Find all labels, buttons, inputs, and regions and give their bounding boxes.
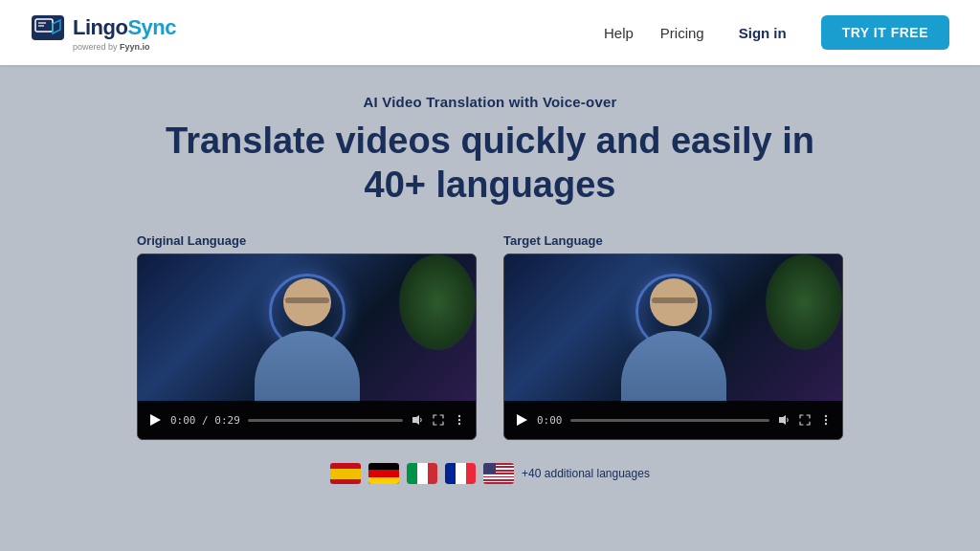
original-play-button[interactable]	[147, 412, 163, 428]
target-video-thumbnail	[504, 254, 842, 403]
svg-point-6	[458, 415, 460, 417]
svg-point-8	[458, 423, 460, 425]
flag-france	[445, 463, 476, 484]
hero-subtitle: AI Video Translation with Voice-over	[363, 94, 616, 110]
target-fullscreen-icon[interactable]	[798, 413, 812, 427]
logo-area: LingoSync powered by Fyyn.io	[31, 14, 176, 52]
main-content: AI Video Translation with Voice-over Tra…	[0, 65, 980, 551]
svg-point-11	[825, 419, 827, 421]
target-play-button[interactable]	[514, 412, 529, 428]
original-video-thumbnail	[138, 254, 476, 403]
volume-icon[interactable]	[411, 413, 424, 427]
fullscreen-icon[interactable]	[432, 413, 445, 427]
target-foliage-decoration	[766, 254, 842, 350]
lingosync-logo-icon	[31, 14, 65, 41]
target-control-icons	[777, 413, 833, 427]
flag-germany	[368, 463, 399, 484]
signin-button[interactable]: Sign in	[731, 25, 794, 41]
logo-main: LingoSync	[31, 14, 176, 41]
target-progress-bar[interactable]	[570, 419, 770, 422]
svg-point-7	[458, 419, 460, 421]
target-video-container: Target Language 0:00	[503, 233, 843, 440]
svg-point-12	[825, 423, 827, 425]
original-progress-bar[interactable]	[248, 419, 403, 422]
svg-marker-9	[779, 415, 786, 425]
hero-title: Translate videos quickly and easily in 4…	[166, 120, 814, 207]
nav-help[interactable]: Help	[604, 25, 634, 41]
target-more-options-icon[interactable]	[819, 413, 833, 427]
target-time-display: 0:00	[537, 414, 563, 427]
original-video-controls: 0:00 / 0:29	[138, 401, 476, 439]
powered-by-text: powered by Fyyn.io	[73, 42, 150, 52]
more-options-icon[interactable]	[453, 413, 466, 427]
target-video-controls: 0:00	[504, 401, 842, 439]
svg-point-10	[825, 415, 827, 417]
more-languages-text: +40 additional languages	[522, 467, 650, 480]
main-nav: Help Pricing Sign in TRY IT FREE	[604, 15, 949, 50]
original-video-label: Original Language	[137, 233, 477, 248]
header: LingoSync powered by Fyyn.io Help Pricin…	[0, 0, 980, 65]
flag-spain	[330, 463, 361, 484]
foliage-decoration	[399, 254, 476, 350]
nav-pricing[interactable]: Pricing	[660, 25, 704, 41]
original-video-player[interactable]: 0:00 / 0:29	[137, 253, 477, 440]
flag-usa	[483, 463, 514, 484]
original-control-icons	[411, 413, 466, 427]
target-video-player[interactable]: 0:00	[503, 253, 843, 440]
logo-text: LingoSync	[73, 15, 176, 40]
languages-row: +40 additional languages	[330, 463, 650, 484]
try-free-button[interactable]: TRY IT FREE	[821, 15, 949, 50]
svg-marker-5	[412, 415, 419, 425]
target-volume-icon[interactable]	[777, 413, 791, 427]
target-video-label: Target Language	[503, 233, 843, 248]
original-video-container: Original Language	[137, 233, 477, 440]
flag-italy	[407, 463, 437, 484]
videos-section: Original Language	[137, 233, 843, 440]
original-time-display: 0:00 / 0:29	[170, 414, 240, 427]
